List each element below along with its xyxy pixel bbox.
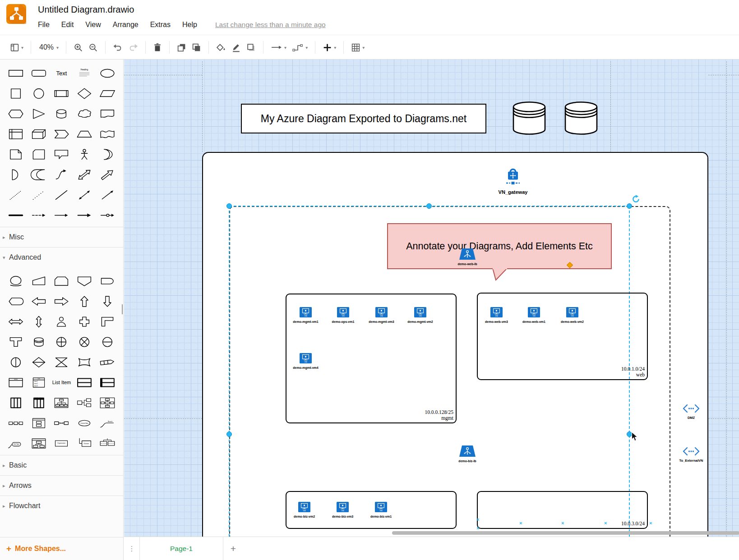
to-front-button[interactable] bbox=[174, 41, 189, 54]
shape-arrow-horizontal[interactable] bbox=[5, 312, 28, 330]
menu-extras[interactable]: Extras bbox=[150, 21, 171, 29]
shape-flow-strip[interactable] bbox=[5, 414, 28, 432]
node-demo-biz-vm2[interactable]: VMdemo-biz-vm2 bbox=[283, 502, 326, 518]
shape-arrow-left[interactable] bbox=[28, 292, 51, 310]
node-demo-biz-vm3[interactable]: VMdemo-biz-vm3 bbox=[321, 502, 365, 518]
shape-parallelogram[interactable] bbox=[96, 84, 119, 102]
shape-bidirectional-arrow-shape[interactable] bbox=[73, 165, 96, 184]
node-demo-mgmt-vm2[interactable]: VMdemo-mgmt-vm2 bbox=[399, 307, 442, 323]
shape-arrow-shape[interactable] bbox=[96, 165, 119, 184]
shape-trapezoid[interactable] bbox=[73, 125, 96, 143]
shape-list-item[interactable]: List Item bbox=[50, 373, 73, 391]
shape-card[interactable] bbox=[28, 145, 51, 163]
shape-sort[interactable] bbox=[28, 353, 51, 371]
canvas-horizontal-scrollbar[interactable] bbox=[392, 531, 739, 535]
node-vn-gateway[interactable]: VN_gateway bbox=[491, 168, 535, 195]
shape-siblings[interactable]: Sub SectionSub Section bbox=[96, 434, 119, 452]
annotation-callout[interactable]: Annotate your Diagrams, Add Elements Etc bbox=[387, 223, 612, 269]
node-demo-biz-vm1[interactable]: VMdemo-biz-vm1 bbox=[360, 502, 403, 518]
shape-arrow-right[interactable] bbox=[50, 292, 73, 310]
node-demo-ops-vm1[interactable]: VMdemo-ops-vm1 bbox=[322, 307, 365, 323]
pages-menu-icon[interactable]: ⋮ bbox=[124, 537, 139, 560]
shape-terminator-ellipse[interactable] bbox=[5, 272, 28, 290]
shape-tee[interactable] bbox=[5, 333, 28, 351]
sidebar-section-flowchart[interactable]: ▸ Flowchart bbox=[0, 496, 123, 516]
shape-circle-vline[interactable] bbox=[5, 353, 28, 371]
shape-corner[interactable] bbox=[96, 312, 119, 330]
shape-branch[interactable]: Branch bbox=[96, 414, 119, 432]
shape-container[interactable] bbox=[5, 373, 28, 391]
shape-frame-stack[interactable] bbox=[28, 414, 51, 432]
shape-switch[interactable] bbox=[73, 353, 96, 371]
selection-handle[interactable] bbox=[226, 431, 232, 437]
shape-pool-vertical-header[interactable] bbox=[28, 394, 51, 412]
shape-heading[interactable]: Heading bbox=[73, 64, 96, 82]
sidebar-section-arrows[interactable]: ▸ Arrows bbox=[0, 475, 123, 496]
node-demo-mgmt-vm1[interactable]: VMdemo-mgmt-vm1 bbox=[284, 307, 328, 323]
shape-process[interactable] bbox=[50, 84, 73, 102]
undo-button[interactable] bbox=[110, 41, 125, 54]
shape-display[interactable] bbox=[96, 272, 119, 290]
selection-handle[interactable] bbox=[226, 203, 232, 209]
shape-manual-input[interactable] bbox=[28, 272, 51, 290]
shape-arrow-up[interactable] bbox=[73, 292, 96, 310]
shape-connector-edge[interactable] bbox=[96, 206, 119, 224]
shape-circle-hline[interactable] bbox=[96, 333, 119, 351]
node-demo-web-lb[interactable]: demo-web-lb bbox=[446, 248, 489, 266]
database-cylinder-shape[interactable] bbox=[510, 99, 548, 139]
subnet-group-web[interactable]: 10.0.1.0/24web bbox=[477, 293, 648, 380]
shape-callout[interactable] bbox=[50, 145, 73, 163]
shape-cube[interactable] bbox=[28, 125, 51, 143]
table-button[interactable]: ▾ bbox=[348, 41, 367, 54]
shape-or[interactable] bbox=[96, 145, 119, 163]
shape-linked-boxes[interactable] bbox=[73, 394, 96, 412]
shape-circle[interactable] bbox=[28, 84, 51, 102]
shape-cylinder[interactable] bbox=[50, 105, 73, 123]
waypoints-button[interactable]: ▾ bbox=[289, 41, 310, 54]
shape-rectangle[interactable] bbox=[5, 64, 28, 82]
shape-hexagon[interactable] bbox=[5, 105, 28, 123]
zoom-out-button[interactable] bbox=[86, 41, 101, 54]
shape-and[interactable] bbox=[5, 165, 28, 184]
shape-dashed-line[interactable] bbox=[28, 186, 51, 204]
node-demo-biz-lb[interactable]: demo-biz-lb bbox=[446, 445, 489, 463]
shape-link[interactable] bbox=[5, 206, 28, 224]
menu-edit[interactable]: Edit bbox=[61, 21, 74, 29]
add-page-button[interactable]: + bbox=[223, 537, 243, 560]
menu-arrange[interactable]: Arrange bbox=[113, 21, 139, 29]
shape-organization[interactable]: Organization bbox=[50, 434, 73, 452]
page-view-button[interactable]: ▾ bbox=[7, 41, 26, 54]
shape-edge[interactable] bbox=[50, 206, 73, 224]
sidebar-section-misc[interactable]: ▸ Misc bbox=[0, 227, 123, 247]
shape-pool-horizontal-header[interactable] bbox=[96, 373, 119, 391]
shape-list[interactable]: ListItem 1Item 2Item 3 bbox=[28, 373, 51, 391]
zoom-in-button[interactable] bbox=[71, 41, 86, 54]
node-demo-web-vm1[interactable]: VMdemo-web-vm1 bbox=[513, 307, 556, 323]
node-demo-web-vm2[interactable]: VMdemo-web-vm2 bbox=[551, 307, 594, 323]
last-change-status-link[interactable]: Last change less than a minute ago bbox=[215, 21, 326, 29]
shape-tape-data[interactable] bbox=[5, 292, 28, 310]
shape-square[interactable] bbox=[5, 84, 28, 102]
shape-triangle[interactable] bbox=[28, 105, 51, 123]
shape-step[interactable] bbox=[50, 125, 73, 143]
shape-arrow-down[interactable] bbox=[96, 292, 119, 310]
shape-or-junction[interactable] bbox=[50, 333, 73, 351]
shape-mindmap[interactable] bbox=[96, 394, 119, 412]
shape-pool-vertical[interactable] bbox=[5, 394, 28, 412]
shape-arrow-edge[interactable] bbox=[73, 206, 96, 224]
shape-user[interactable] bbox=[50, 312, 73, 330]
diagram-canvas[interactable]: My Azure Diagram Exported to Diagrams.ne… bbox=[124, 60, 739, 537]
shape-sub-topic[interactable]: Sub Topic bbox=[5, 434, 28, 452]
node-dmz[interactable]: DMZ bbox=[670, 404, 713, 420]
connection-style-button[interactable]: ▾ bbox=[268, 41, 289, 54]
zoom-dropdown[interactable]: 40% ▾ bbox=[36, 41, 61, 53]
shape-text[interactable]: Text bbox=[50, 64, 73, 82]
shape-internal-storage[interactable] bbox=[5, 125, 28, 143]
shape-arrow-strip[interactable] bbox=[96, 353, 119, 371]
shape-dashed-edge[interactable] bbox=[28, 206, 51, 224]
shape-line[interactable] bbox=[50, 186, 73, 204]
shape-cross-link[interactable] bbox=[50, 414, 73, 432]
selection-handle[interactable] bbox=[426, 203, 432, 209]
sidebar-section-basic[interactable]: ▸ Basic bbox=[0, 455, 123, 475]
sidebar-section-advanced[interactable]: ▾ Advanced bbox=[0, 247, 123, 267]
